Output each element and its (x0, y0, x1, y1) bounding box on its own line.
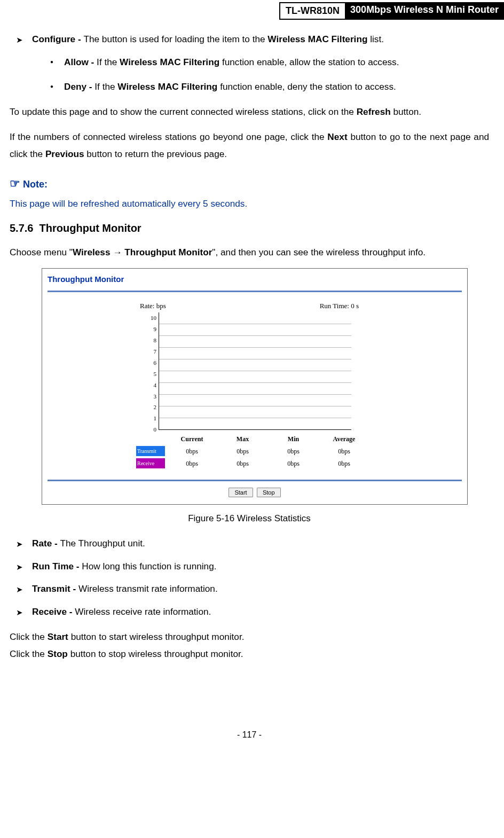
section-num: 5.7.6 (10, 222, 33, 234)
start-b1: Start (48, 631, 68, 642)
rate-label: Rate: bps (140, 300, 166, 313)
y-tick: 2 (154, 402, 157, 413)
configure-sublist: Allow - If the Wireless MAC Filtering fu… (32, 53, 489, 96)
stats-header: Average (319, 433, 369, 445)
def-rate-text: The Throughput unit. (60, 538, 145, 549)
update-b1: Refresh (357, 106, 391, 117)
def-runtime-label: Run Time - (32, 561, 82, 571)
y-tick: 9 (154, 324, 157, 335)
def-transmit-label: Transmit - (32, 583, 78, 594)
deny-bold1: Wireless MAC Filtering (117, 81, 217, 92)
button-row: Start Stop (48, 487, 462, 499)
start-t1: Click the (10, 631, 48, 642)
cm-t1: Choose menu " (10, 247, 73, 257)
chart-grid-outer: 10 9 8 7 6 5 4 3 2 1 0 (135, 312, 375, 430)
def-runtime-text: How long this function is running. (82, 561, 216, 571)
configure-item: Configure - The button is used for loadi… (21, 30, 489, 96)
paging-t3: button to return the previous page. (84, 148, 227, 159)
receive-tag: Receive (135, 458, 167, 470)
stats-value: 0bps (217, 458, 268, 470)
deny-text1: If the (94, 81, 117, 92)
y-tick: 8 (154, 335, 157, 346)
start-button[interactable]: Start (229, 488, 253, 497)
paging-t1: If the numbers of connected wireless sta… (10, 131, 327, 142)
cm-b1: Wireless → Throughput Monitor (73, 247, 212, 257)
stats-value: 0bps (167, 458, 217, 470)
transmit-tag: Transmit (135, 445, 167, 458)
figure-title: Throughput Monitor (48, 272, 462, 287)
stats-empty-cell (135, 433, 167, 445)
deny-item: Deny - If the Wireless MAC Filtering fun… (53, 78, 489, 96)
deny-label: Deny - (64, 81, 94, 92)
configure-bold1: Wireless MAC Filtering (267, 34, 367, 44)
y-tick: 10 (151, 312, 156, 324)
stats-receive-row: Receive 0bps 0bps 0bps 0bps (135, 458, 375, 470)
stop-b1: Stop (48, 648, 68, 659)
section-title: Throughput Monitor (40, 222, 141, 234)
receive-chip: Receive (136, 458, 165, 468)
definitions-list: Rate - The Throughput unit. Run Time - H… (10, 535, 489, 621)
stats-value: 0bps (268, 458, 319, 470)
y-tick: 1 (154, 413, 157, 424)
stats-value: 0bps (268, 445, 319, 458)
y-tick: 6 (154, 357, 157, 369)
header-model: TL-WR810N (279, 2, 345, 20)
def-rate: Rate - The Throughput unit. (21, 535, 489, 552)
update-t2: button. (391, 106, 421, 117)
page-content: Configure - The button is used for loadi… (0, 21, 504, 754)
stats-transmit-row: Transmit 0bps 0bps 0bps 0bps (135, 445, 375, 458)
configure-text2: list. (367, 34, 384, 44)
page-number: - 117 - (10, 727, 489, 754)
header-product: 300Mbps Wireless N Mini Router (345, 2, 504, 20)
stats-header: Max (217, 433, 268, 445)
paging-b2: Previous (45, 148, 84, 159)
figure-divider-bottom (48, 480, 462, 481)
def-receive-text: Wireless receive rate information. (75, 606, 211, 617)
allow-text2: function enable, allow the station to ac… (219, 57, 399, 67)
stats-table: Current Max Min Average Transmit 0bps 0b… (135, 433, 375, 469)
note-label: Note: (23, 179, 48, 190)
section-heading: 5.7.6 Throughput Monitor (10, 218, 489, 238)
configure-text1: The button is used for loading the item … (83, 34, 267, 44)
stats-header: Current (167, 433, 217, 445)
stats-value: 0bps (167, 445, 217, 458)
allow-item: Allow - If the Wireless MAC Filtering fu… (53, 53, 489, 71)
stop-button[interactable]: Stop (257, 488, 281, 497)
def-runtime: Run Time - How long this function is run… (21, 558, 489, 575)
chart-area: Rate: bps Run Time: 0 s 10 9 8 7 6 5 4 3… (135, 300, 375, 470)
update-t1: To update this page and to show the curr… (10, 106, 357, 117)
stats-value: 0bps (319, 445, 369, 458)
stats-value: 0bps (319, 458, 369, 470)
note-body: This page will be refreshed automaticall… (10, 195, 489, 213)
paging-b1: Next (327, 131, 347, 142)
y-tick: 4 (154, 380, 157, 391)
configure-list: Configure - The button is used for loadi… (10, 30, 489, 96)
stop-para: Click the Stop button to stop wireless t… (10, 645, 489, 663)
stats-header: Min (268, 433, 319, 445)
figure-caption: Figure 5-16 Wireless Statistics (10, 510, 489, 527)
configure-label: Configure - (32, 34, 83, 44)
y-tick: 7 (154, 346, 157, 357)
def-transmit-text: Wireless transmit rate information. (78, 583, 218, 594)
stats-value: 0bps (217, 445, 268, 458)
def-transmit: Transmit - Wireless transmit rate inform… (21, 580, 489, 598)
transmit-chip: Transmit (136, 446, 165, 456)
def-receive: Receive - Wireless receive rate informat… (21, 603, 489, 621)
note-header: ☞ Note: (10, 173, 489, 195)
allow-label: Allow - (64, 57, 97, 67)
stop-t2: button to stop wireless throughput monit… (68, 648, 243, 659)
allow-bold1: Wireless MAC Filtering (120, 57, 219, 67)
paging-para: If the numbers of connected wireless sta… (10, 128, 489, 163)
deny-text2: function enable, deny the station to acc… (217, 81, 396, 92)
chart-grid (159, 312, 351, 430)
choose-menu-para: Choose menu "Wireless → Throughput Monit… (10, 244, 489, 261)
def-receive-label: Receive - (32, 606, 75, 617)
start-t2: button to start wireless throughput moni… (68, 631, 245, 642)
runtime-label: Run Time: 0 s (320, 300, 359, 313)
stop-t1: Click the (10, 648, 48, 659)
update-para: To update this page and to show the curr… (10, 103, 489, 121)
chart-top-row: Rate: bps Run Time: 0 s (135, 300, 375, 313)
throughput-figure: Throughput Monitor Rate: bps Run Time: 0… (42, 268, 468, 504)
stats-header-row: Current Max Min Average (135, 433, 375, 445)
y-axis-ticks: 10 9 8 7 6 5 4 3 2 1 0 (151, 312, 159, 430)
